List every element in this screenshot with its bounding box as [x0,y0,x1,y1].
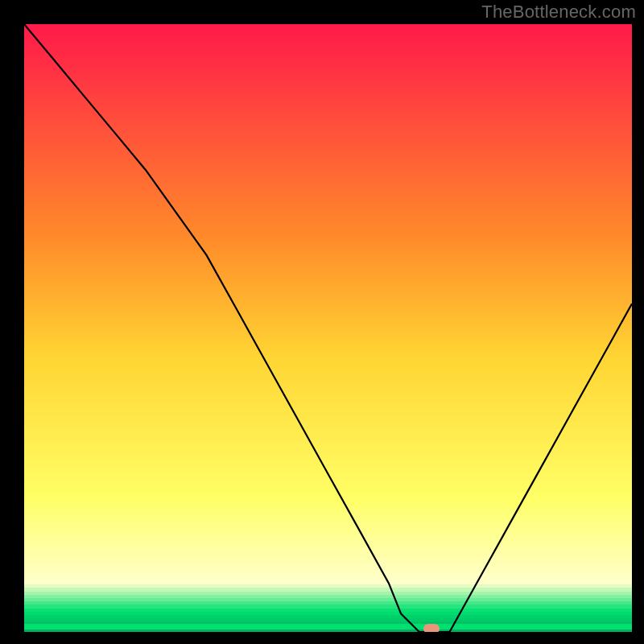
optimal-marker [423,624,440,632]
watermark-label: TheBottleneck.com [481,2,636,23]
curve-path [24,24,632,632]
chart-frame: TheBottleneck.com [0,0,644,644]
bottleneck-curve [24,24,632,632]
plot-area [24,24,632,632]
